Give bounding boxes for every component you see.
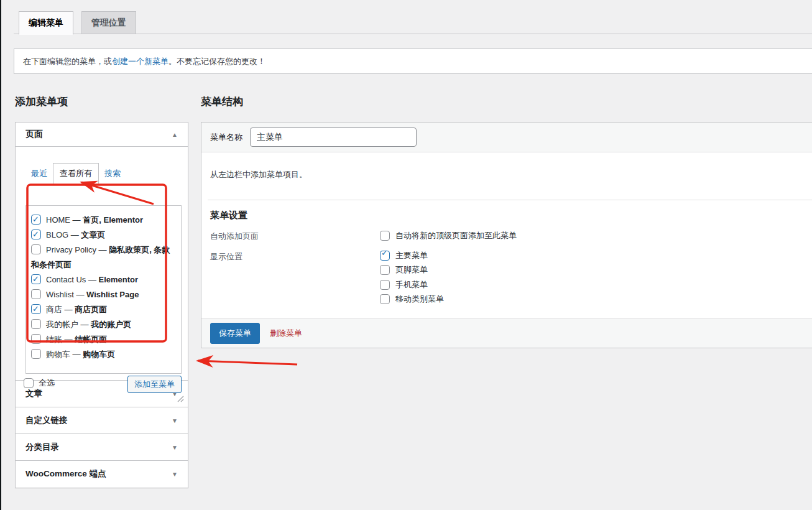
accordion-title: 自定义链接: [25, 415, 68, 426]
page-item-state: Wishlist Page: [86, 290, 139, 299]
page-item-title: 我的帐户 —: [46, 320, 91, 329]
tab-search[interactable]: 搜索: [99, 164, 126, 183]
page-item-state: 首页, Elementor: [83, 215, 143, 225]
page-list-item[interactable]: 商店 — 商店页面: [31, 302, 176, 317]
menu-settings-heading: 菜单设置: [210, 210, 247, 221]
tab-manage-locations[interactable]: 管理位置: [81, 11, 136, 34]
page-list-item[interactable]: HOME — 首页, Elementor: [31, 213, 176, 228]
auto-add-option: 自动将新的顶级页面添加至此菜单: [380, 228, 517, 243]
select-all-checkbox[interactable]: [24, 378, 34, 388]
page-list-item[interactable]: Privacy Policy — 隐私政策页, 条款和条件页面: [31, 243, 176, 272]
accordion-分类目录[interactable]: 分类目录▼: [16, 434, 188, 460]
page-item-state: 购物车页: [83, 350, 115, 359]
accordion-title: WooCommerce 端点: [25, 468, 106, 480]
display-location-option[interactable]: 移动类别菜单: [380, 292, 444, 307]
page-item-state: 我的账户页: [91, 320, 131, 329]
auto-add-option-label: 自动将新的顶级页面添加至此菜单: [395, 230, 517, 241]
select-all-label: 全选: [39, 378, 55, 389]
display-location-option[interactable]: 主要菜单: [380, 248, 444, 263]
page-item-state: Elementor: [99, 275, 139, 284]
page-item-checkbox[interactable]: [31, 230, 41, 239]
page-item-title: 购物车 —: [46, 350, 83, 359]
page-list-item[interactable]: 我的帐户 — 我的账户页: [31, 317, 176, 332]
notice-text-before: 在下面编辑您的菜单，或: [23, 56, 112, 67]
select-all[interactable]: 全选: [24, 378, 55, 389]
other-item-accordions: 文章▼自定义链接▼分类目录▼WooCommerce 端点▼: [16, 380, 188, 487]
location-option-label: 手机菜单: [395, 279, 428, 290]
page-item-title: Privacy Policy —: [46, 245, 109, 254]
page-item-checkbox[interactable]: [31, 289, 41, 299]
accordion-WooCommerce 端点[interactable]: WooCommerce 端点▼: [16, 460, 188, 487]
display-location-options: 主要菜单页脚菜单手机菜单移动类别菜单: [380, 248, 444, 307]
collapse-down-icon[interactable]: ▼: [172, 417, 178, 424]
tab-edit-menus[interactable]: 编辑菜单: [19, 11, 73, 35]
menu-name-input[interactable]: [250, 128, 417, 147]
page-list-item[interactable]: 购物车 — 购物车页: [31, 347, 176, 362]
tab-most-recent[interactable]: 最近: [25, 164, 53, 183]
display-location-option[interactable]: 页脚菜单: [380, 263, 444, 278]
accordion-title: 分类目录: [25, 442, 59, 453]
location-checkbox[interactable]: [380, 251, 390, 261]
collapse-down-icon[interactable]: ▼: [172, 471, 178, 478]
location-option-label: 主要菜单: [395, 250, 428, 261]
delete-menu-link[interactable]: 删除菜单: [270, 328, 302, 339]
page-item-title: Contact Us —: [46, 275, 99, 284]
accordion-title: 文章: [25, 388, 42, 399]
page-item-state: 结帐页面: [75, 335, 107, 344]
pages-accordion-body: 最近 查看所有 搜索 HOME — 首页, ElementorBLOG — 文章…: [16, 147, 188, 380]
location-checkbox[interactable]: [380, 294, 390, 304]
page-item-checkbox[interactable]: [31, 215, 41, 225]
page-item-title: HOME —: [46, 215, 83, 225]
collapse-up-icon[interactable]: ▲: [172, 131, 178, 138]
page-list-item[interactable]: 结账 — 结帐页面: [31, 332, 176, 347]
auto-add-toplevel[interactable]: 自动将新的顶级页面添加至此菜单: [380, 228, 517, 243]
page-item-checkbox[interactable]: [31, 304, 41, 314]
menu-structure-panel: 菜单名称 从左边栏中添加菜单项目。 菜单设置 自动添加页面 自动将新的顶级页面添…: [201, 122, 812, 348]
collapse-down-icon[interactable]: ▼: [172, 444, 178, 451]
page-item-title: Wishlist —: [46, 290, 86, 299]
page-item-checkbox[interactable]: [31, 244, 41, 254]
menu-notice: 在下面编辑您的菜单，或创建一个新菜单。不要忘记保存您的更改！: [14, 49, 812, 74]
page-list-item[interactable]: Contact Us — Elementor: [31, 272, 176, 287]
auto-add-pages-label: 自动添加页面: [210, 231, 259, 242]
page-item-state: 商店页面: [75, 305, 107, 314]
pages-accordion-title: 页面: [25, 129, 43, 140]
menu-name-label: 菜单名称: [210, 132, 242, 143]
page-list-item[interactable]: BLOG — 文章页: [31, 228, 176, 243]
empty-menu-hint: 从左边栏中添加菜单项目。: [210, 169, 307, 180]
save-menu-button[interactable]: 保存菜单: [210, 323, 260, 344]
page-item-checkbox[interactable]: [31, 274, 41, 284]
settings-divider: [208, 200, 812, 200]
page-item-title: 结账 —: [46, 335, 75, 344]
page-item-checkbox[interactable]: [31, 319, 41, 329]
add-menu-items-heading: 添加菜单项: [15, 95, 68, 109]
annotation-arrow-add-to-menu: [198, 361, 297, 364]
admin-sidebar-edge: [0, 0, 1, 510]
create-new-menu-link[interactable]: 创建一个新菜单: [112, 56, 168, 67]
display-location-option[interactable]: 手机菜单: [380, 277, 444, 292]
page-item-checkbox[interactable]: [31, 334, 41, 344]
pages-filter-tabs: 最近 查看所有 搜索: [25, 163, 126, 183]
page-list-item[interactable]: Wishlist — Wishlist Page: [31, 287, 176, 302]
location-option-label: 页脚菜单: [395, 264, 428, 276]
add-to-menu-button[interactable]: 添加至菜单: [127, 376, 182, 393]
pages-checklist: HOME — 首页, ElementorBLOG — 文章页Privacy Po…: [25, 205, 182, 374]
location-checkbox[interactable]: [380, 265, 390, 275]
add-menu-items-panel: 页面 ▲ 最近 查看所有 搜索 HOME — 首页, ElementorBLOG…: [15, 122, 188, 488]
pages-accordion-header[interactable]: 页面 ▲: [16, 123, 188, 147]
screen-tabs: 编辑菜单 管理位置: [19, 11, 142, 35]
auto-add-checkbox[interactable]: [380, 231, 390, 241]
display-location-label: 显示位置: [210, 251, 242, 262]
page-item-checkbox[interactable]: [31, 349, 41, 359]
page-item-state: 文章页: [81, 230, 105, 239]
location-option-label: 移动类别菜单: [395, 294, 444, 305]
notice-text-after: 。不要忘记保存您的更改！: [168, 56, 265, 67]
page-item-title: 商店 —: [46, 305, 75, 314]
resize-handle-icon[interactable]: [177, 395, 184, 402]
tab-view-all[interactable]: 查看所有: [53, 163, 99, 184]
menu-name-bar: 菜单名称: [201, 123, 812, 152]
menu-structure-heading: 菜单结构: [201, 95, 243, 109]
page-item-title: BLOG —: [46, 230, 81, 239]
accordion-自定义链接[interactable]: 自定义链接▼: [16, 407, 188, 434]
location-checkbox[interactable]: [380, 280, 390, 290]
